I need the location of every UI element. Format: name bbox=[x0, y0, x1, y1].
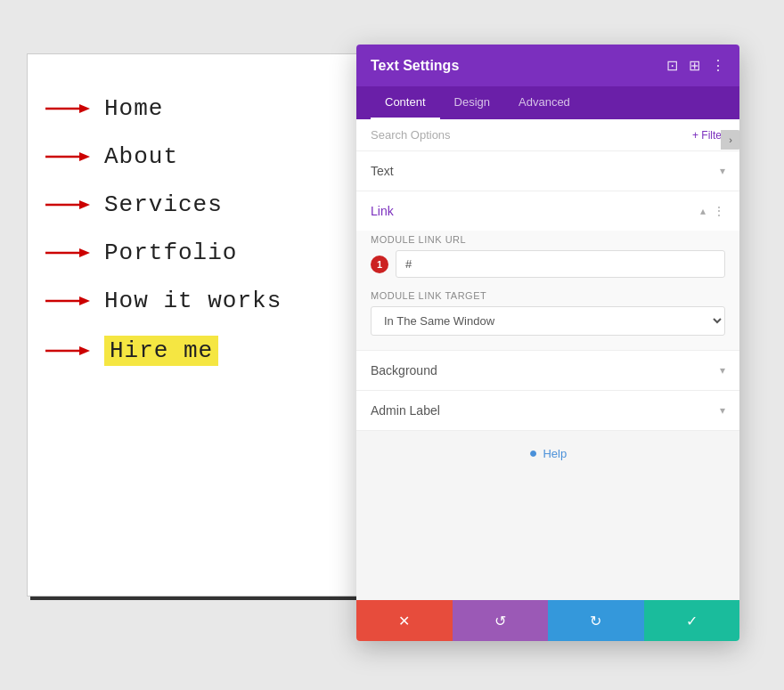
menu-item-label: Hire me bbox=[104, 336, 218, 366]
empty-space bbox=[356, 475, 739, 600]
menu-item-label: How it works bbox=[104, 288, 282, 314]
url-input[interactable] bbox=[396, 250, 725, 278]
svg-marker-3 bbox=[79, 152, 90, 161]
target-field-label: Module Link Target bbox=[371, 290, 725, 301]
admin-label-section-row[interactable]: Admin Label ▾ bbox=[356, 391, 739, 431]
cancel-button[interactable]: ✕ bbox=[356, 600, 453, 641]
url-field-label: Module Link URL bbox=[371, 234, 725, 245]
menu-item-label: Home bbox=[104, 95, 163, 122]
link-section-header[interactable]: Link ▴ ⋮ bbox=[356, 191, 739, 231]
panel-header-icons: ⊡ ⊞ ⋮ bbox=[666, 57, 725, 74]
svg-marker-9 bbox=[79, 296, 90, 305]
list-item: Services bbox=[45, 186, 355, 223]
undo-button[interactable]: ↺ bbox=[453, 600, 549, 641]
panel-header: Text Settings ⊡ ⊞ ⋮ bbox=[356, 45, 739, 86]
list-item: How it works bbox=[45, 282, 355, 320]
admin-label-section-label: Admin Label bbox=[371, 403, 440, 418]
text-section-label: Text bbox=[371, 164, 394, 178]
chevron-down-icon: ▾ bbox=[720, 404, 725, 417]
list-item: About bbox=[45, 138, 355, 175]
list-item: Hire me bbox=[45, 330, 355, 371]
close-button[interactable]: › bbox=[721, 130, 739, 150]
arrow-icon bbox=[45, 294, 90, 308]
panel-tabs: Content Design Advanced bbox=[356, 86, 739, 119]
arrow-icon bbox=[45, 101, 90, 116]
panel-footer: ✕ ↺ ↻ ✓ bbox=[356, 600, 739, 641]
chevron-down-icon: ▾ bbox=[720, 165, 725, 177]
settings-panel: Text Settings ⊡ ⊞ ⋮ Content Design Advan… bbox=[356, 45, 739, 641]
menu-item-label: Portfolio bbox=[104, 239, 237, 266]
svg-marker-5 bbox=[79, 200, 90, 209]
fullscreen-icon[interactable]: ⊡ bbox=[666, 57, 678, 74]
help-text[interactable]: Help bbox=[543, 447, 567, 460]
save-button[interactable]: ✓ bbox=[644, 600, 740, 641]
chevron-down-icon: ▾ bbox=[720, 364, 725, 377]
search-placeholder: Search Options bbox=[371, 128, 451, 142]
svg-marker-7 bbox=[79, 248, 90, 257]
more-options-icon[interactable]: ⋮ bbox=[713, 204, 725, 218]
link-section-label: Link bbox=[371, 204, 394, 218]
link-section: Link ▴ ⋮ Module Link URL 1 Module Link T… bbox=[356, 191, 739, 351]
tab-content[interactable]: Content bbox=[371, 86, 440, 119]
columns-icon[interactable]: ⊞ bbox=[689, 57, 700, 74]
menu-item-label: About bbox=[104, 143, 178, 170]
arrow-icon bbox=[45, 344, 90, 358]
menu-item-label: Services bbox=[104, 191, 223, 218]
arrow-icon bbox=[45, 246, 90, 260]
arrow-icon bbox=[45, 150, 90, 164]
search-bar: Search Options + Filter bbox=[356, 119, 739, 151]
step-badge: 1 bbox=[371, 256, 388, 273]
more-icon[interactable]: ⋮ bbox=[711, 57, 725, 74]
help-icon: ● bbox=[529, 445, 538, 461]
panel-title: Text Settings bbox=[371, 58, 459, 74]
page-preview: Home About Services bbox=[27, 53, 374, 597]
panel-content: Text ▾ Link ▴ ⋮ Module Link URL 1 Module… bbox=[356, 151, 739, 600]
svg-marker-11 bbox=[79, 346, 90, 355]
url-input-row: 1 bbox=[371, 250, 725, 278]
list-item: Home bbox=[45, 90, 355, 127]
menu-list: Home About Services bbox=[28, 54, 373, 400]
background-section-label: Background bbox=[371, 363, 437, 377]
chevron-up-icon: ▴ bbox=[700, 205, 706, 217]
background-section-row[interactable]: Background ▾ bbox=[356, 351, 739, 391]
arrow-icon bbox=[45, 198, 90, 212]
tab-design[interactable]: Design bbox=[440, 86, 504, 119]
list-item: Portfolio bbox=[45, 234, 355, 272]
link-expanded-content: Module Link URL 1 Module Link Target In … bbox=[356, 231, 739, 350]
target-select[interactable]: In The Same Window New Window bbox=[371, 306, 725, 336]
help-area: ● Help bbox=[356, 431, 739, 475]
tab-advanced[interactable]: Advanced bbox=[504, 86, 584, 119]
redo-button[interactable]: ↻ bbox=[548, 600, 644, 641]
svg-marker-1 bbox=[79, 104, 90, 113]
text-section-row[interactable]: Text ▾ bbox=[356, 151, 739, 191]
link-header-right: ▴ ⋮ bbox=[700, 204, 725, 218]
